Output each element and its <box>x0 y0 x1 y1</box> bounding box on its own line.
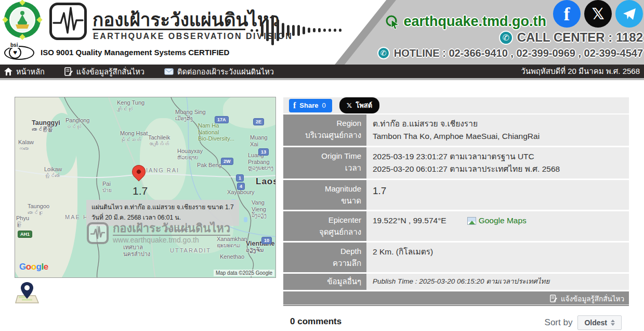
place-name-local: တောင်ငူ <box>28 210 49 216</box>
map-place-label: Muang Xai <box>250 134 275 147</box>
map-thumbnail-icon <box>467 217 476 225</box>
map-place-label: Phyuဖြူး <box>16 215 29 227</box>
waveform-bar <box>287 25 290 36</box>
map-place-label: Taunggyiတောင်ကြီးမြို့ <box>32 119 60 133</box>
row-value-line: Publish Time : 2025-03-20 06:15:20 ตามเว… <box>373 276 629 287</box>
row-label: Magnitudeขนาด <box>283 180 366 210</box>
bsi-heart-mark: ♥ <box>9 46 21 59</box>
nav-item-label: แจ้งข้อมูลรู้สึกสั่นไหว <box>76 66 144 78</box>
map-place-label: Vang Viengວັງວຽງ <box>252 199 275 219</box>
place-name: Laos <box>256 176 276 187</box>
waveform-bar <box>277 19 279 41</box>
seismic-wave-icon <box>52 6 84 37</box>
call-center: ✆ CALL CENTER : 1182 <box>499 30 643 45</box>
row-value: 2025-03-19 23:01:27 ตามเวลามาตรฐาน UTC20… <box>366 147 629 179</box>
google-logo-letter: G <box>19 262 26 272</box>
row-label-th: เวลา <box>283 162 361 174</box>
waveform-bar <box>328 29 331 32</box>
google-maps-link[interactable]: Google Maps <box>467 214 527 227</box>
table-row-depth: Depthความลึก2 Km. (กิโลเมตร) <box>283 243 629 272</box>
waveform-bar <box>303 27 305 34</box>
map-watermark: กองเฝ้าระวังแผ่นดินไหว www.earthquake.tm… <box>87 222 230 244</box>
row-value-line: 2025-03-20 06:01:27 ตามเวลาประเทศไทย พ.ศ… <box>373 163 629 175</box>
row-value-line: 2 Km. (กิโลเมตร) <box>373 246 629 258</box>
seal-ornament <box>19 34 25 40</box>
google-logo[interactable]: Google <box>19 262 48 272</box>
place-name: Taunggyi <box>32 119 60 126</box>
audio-waveform-graphic <box>251 15 362 46</box>
seal-inner <box>9 7 35 33</box>
current-date: วันพฤหัสบดีที่ 20 มีนาคม พ.ศ. 2568 <box>521 65 640 78</box>
report-shaking-footer-link[interactable]: แจ้งข้อมูลรู้สึกสั่นไหว <box>283 291 629 306</box>
place-name: Phyu <box>16 215 29 222</box>
nav-item-contact[interactable]: ติดต่อกองเฝ้าระวังแผ่นดินไหว <box>164 66 274 78</box>
table-row-epicenter: Epicenterจุดศูนย์กลาง19.522°N , 99.574°E… <box>283 211 629 241</box>
road-badge: AH1 <box>18 231 32 238</box>
info-line1: แผ่นดินไหว ต.ท่าก๊อ อ.แม่สรวย จ.เชียงราย… <box>91 202 234 213</box>
place-name: Keng Tung <box>117 99 144 106</box>
road-badge: 1 <box>236 174 244 182</box>
pin-magnitude-label: 1.7 <box>133 185 148 197</box>
row-label: Regionบริเวณศูนย์กลาง <box>283 114 366 146</box>
x-post-button[interactable]: 𝕏 โพสต์ <box>339 97 379 113</box>
report-icon <box>550 295 557 302</box>
nav-item-report-shaking[interactable]: แจ้งข้อมูลรู้สึกสั่นไหว <box>64 66 144 78</box>
table-row-origin-time: Origin Timeเวลา2025-03-19 23:01:27 ตามเว… <box>283 147 629 179</box>
place-name-local: လွိုင်ကော် <box>44 173 62 179</box>
waveform-bar <box>318 28 321 32</box>
map-place-label: Loikawလွိုင်ကော် <box>44 166 62 179</box>
place-name-local: တာချီလိတ် <box>148 141 170 147</box>
seal-ornament <box>2 17 8 22</box>
map-place-label: Pak Beng <box>197 162 222 169</box>
title-divider <box>93 29 245 30</box>
site-url-text[interactable]: earthquake.tmd.go.th <box>403 14 546 30</box>
place-name-local: ວຽງຈັນ <box>246 247 274 253</box>
map-place-label: Houayxayຫ້ວຍຊາຍ <box>177 148 203 160</box>
waveform-bar <box>292 25 295 36</box>
hotline: ✆ HOTLINE : 02-366-9410 , 02-399-0969 , … <box>377 47 643 59</box>
comments-count: 0 comments <box>290 316 341 327</box>
site-url[interactable]: earthquake.tmd.go.th <box>385 14 546 30</box>
paper-plane-glyph <box>622 7 637 21</box>
row-value-line: Tambon Tha Ko, Amphoe MaeSuai, ChiangRai <box>373 130 629 143</box>
social-icons: f 𝕏 <box>553 0 643 28</box>
waveform-bar <box>251 29 253 32</box>
waveform-bar <box>323 29 326 32</box>
seal-ornament <box>36 17 42 22</box>
x-twitter-icon[interactable]: 𝕏 <box>584 0 612 28</box>
place-name-local: ວັງວຽງ <box>252 212 275 219</box>
watermark-url: www.earthquake.tmd.go.th <box>113 236 230 244</box>
nav-item-label: หน้าหลัก <box>16 66 45 78</box>
google-maps-link-text: Google Maps <box>479 214 527 227</box>
row-label-en: Magnitude <box>283 183 361 195</box>
row-value-line: 19.522°N , 99.574°E <box>373 214 446 227</box>
map-attribution: Map data ©2025 Google <box>214 270 274 276</box>
earthquake-detail-table: Regionบริเวณศูนย์กลางต.ท่าก๊อ อ.แม่สรวย … <box>283 114 629 306</box>
tmd-department-seal <box>4 2 41 38</box>
seismograph-logo <box>49 3 87 40</box>
row-label-en: Epicenter <box>283 214 361 226</box>
facebook-share-button[interactable]: f Share 0 <box>289 99 332 112</box>
map-place-label: Panglongပင်လုံ <box>65 117 90 130</box>
row-label-en: Origin Time <box>283 150 361 162</box>
telegram-icon[interactable] <box>615 0 643 28</box>
google-logo-letter: g <box>36 262 42 272</box>
sort-select-dropdown[interactable]: Oldest <box>577 315 622 330</box>
waveform-bar <box>256 29 258 32</box>
view-on-map-icon[interactable] <box>15 281 40 304</box>
road-badge: 13 <box>258 148 269 156</box>
earthquake-map[interactable]: Keng Tungကျိုင်းတုံMuang SingເມືອງສິງTau… <box>15 97 276 278</box>
place-name: UTTARADIT <box>170 247 211 254</box>
google-logo-letter: e <box>44 262 48 272</box>
place-name: Pak Beng <box>197 162 222 169</box>
map-place-label: Laos <box>256 176 276 187</box>
mail-icon <box>164 68 174 75</box>
place-name-local: ဖြူး <box>16 222 29 228</box>
footer-link-label: แจ้งข้อมูลรู้สึกสั่นไหว <box>561 293 624 304</box>
facebook-icon[interactable]: f <box>553 0 581 28</box>
row-label: Depthความลึก <box>283 243 366 272</box>
waveform-bar <box>339 29 341 32</box>
place-name: Mong Hsat <box>120 130 148 137</box>
road-badge: 17A <box>215 116 229 123</box>
nav-item-home[interactable]: หน้าหลัก <box>4 66 45 78</box>
